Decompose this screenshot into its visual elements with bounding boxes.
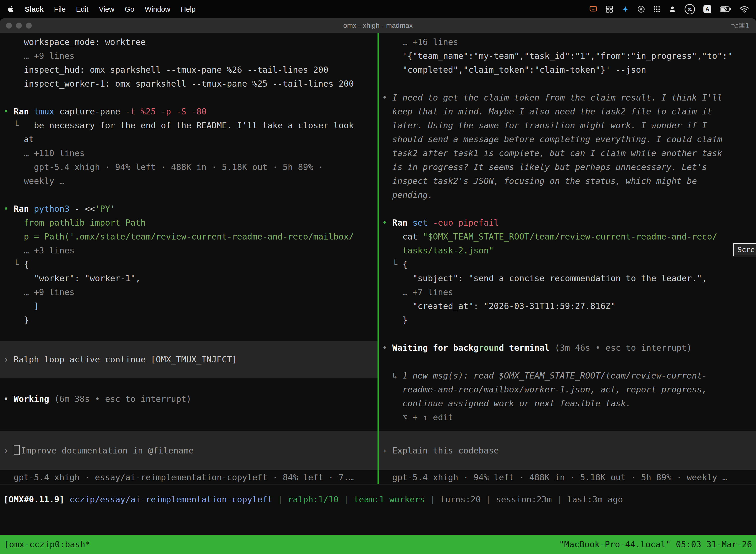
text-segment: should send a message before completing … (382, 134, 722, 144)
terminal-line (0, 188, 378, 202)
text-segment: inspect_worker-1: omx sparkshell --tmux-… (3, 79, 354, 89)
screen-recording-icon[interactable] (589, 6, 597, 13)
terminal-line (0, 91, 378, 105)
text-segment: ⌥ + ↑ edit (382, 412, 453, 422)
text-segment: cczip/essay/ai-reimplementation-copyleft (69, 494, 272, 504)
text-segment: | (425, 494, 440, 504)
menu-bar-left: Slack File Edit View Go Window Help (7, 5, 195, 13)
close-button[interactable] (6, 22, 12, 29)
session-footer-right: gpt-5.4 xhigh · 94% left · 488K in · 5.1… (379, 470, 756, 484)
text-segment: | (338, 494, 354, 504)
text-segment: capture-pane (59, 107, 125, 116)
text-segment: "worker": "worker-1", (3, 273, 141, 283)
terminal-line: … +3 lines (0, 243, 378, 258)
text-segment: continue assigned work or next feasible … (382, 398, 631, 408)
pane-right-scrollback[interactable]: … +16 lines '{"team_name":"my-team","tas… (379, 33, 756, 431)
terminal-line: p = Path('.omx/state/team/review-current… (0, 230, 378, 243)
tmux-session-window[interactable]: [omx-cczip0:bash* (4, 539, 90, 549)
prompt-input-right[interactable]: › Explain this codebase (379, 431, 756, 470)
terminal-window: omx --xhigh --madmax ⌥⌘1 workspace_mode:… (0, 18, 756, 554)
text-segment: keep that in mind. Maybe I also need the… (382, 107, 712, 116)
dark-app-icon[interactable] (637, 5, 645, 13)
pane-left-scrollback[interactable]: workspace_mode: worktree … +9 lines insp… (0, 33, 378, 431)
text-segment: readme-and-reco/mailbox/worker-1.json, a… (382, 384, 707, 394)
omx-hud-line: [OMX#0.11.9] cczip/essay/ai-reimplementa… (0, 492, 756, 506)
text-segment: • (382, 93, 392, 103)
menu-item-view[interactable]: View (99, 5, 114, 13)
dots-grid-icon[interactable] (653, 6, 660, 13)
terminal-line: "created_at": "2026-03-31T11:59:27.816Z" (379, 299, 756, 313)
battery-icon[interactable] (720, 6, 731, 12)
terminal-line: … +110 lines (0, 146, 378, 160)
menu-item-window[interactable]: Window (145, 5, 170, 13)
pane-left[interactable]: workspace_mode: worktree … +9 lines insp… (0, 33, 378, 484)
terminal-line: └ { (0, 258, 378, 271)
menu-item-file[interactable]: File (54, 5, 66, 13)
wifi-icon[interactable] (740, 5, 749, 13)
terminal-line: from pathlib import Path (0, 216, 378, 230)
text-segment: last:3m ago (567, 494, 623, 504)
text-segment: › (3, 446, 14, 455)
input-source-icon[interactable]: A (703, 5, 711, 13)
terminal-line: • Ran tmux capture-pane -t %25 -p -S -80 (0, 105, 378, 118)
text-segment: (3m 46s • esc to interrupt) (555, 343, 692, 353)
terminal-line: readme-and-reco/mailbox/worker-1.json, a… (379, 383, 756, 396)
terminal-line: ↳ 1 new msg(s): read $OMX_TEAM_STATE_ROO… (379, 369, 756, 383)
menu-item-help[interactable]: Help (181, 5, 196, 13)
terminal-line: ] (0, 299, 378, 313)
blue-app-icon[interactable] (622, 5, 629, 13)
person-icon[interactable] (669, 5, 676, 13)
text-segment: - << (75, 204, 95, 214)
terminal-line: tasks/task-2.json" (379, 243, 756, 258)
active-app-menu[interactable]: Slack (25, 5, 44, 13)
text-segment: '{"team_name":"my-team","task_id":"1","f… (382, 51, 733, 61)
text-segment: ↳ (382, 371, 402, 381)
screen-notification[interactable]: Scre (733, 243, 756, 257)
terminal-line (0, 327, 378, 341)
text-segment: { (24, 259, 29, 269)
zoom-button[interactable] (26, 22, 32, 29)
minimize-button[interactable] (16, 22, 22, 29)
menu-bar: Slack File Edit View Go Window Help 61 A (0, 0, 756, 18)
text-segment: -t %25 -p -S -80 (125, 107, 207, 116)
terminal-line: task2 after task1 is complete, but can I… (379, 146, 756, 160)
terminal-line: "completed","claim_token":"claim-token"}… (379, 63, 756, 77)
text-segment: | (481, 494, 496, 504)
battery-ring-badge[interactable]: 61 (685, 4, 695, 14)
terminal-line: later. Using the same for transition mig… (379, 118, 756, 132)
text-segment: workspace_mode: worktree (3, 37, 145, 47)
apple-menu-icon[interactable] (7, 5, 14, 13)
text-segment: at (3, 134, 34, 144)
text-segment: | (272, 494, 288, 504)
text-cursor (14, 445, 19, 455)
terminal-line: keep that in mind. Maybe I also need the… (379, 105, 756, 118)
text-segment: team:1 workers (354, 494, 425, 504)
terminal-content: workspace_mode: worktree … +9 lines insp… (0, 33, 756, 484)
menu-item-go[interactable]: Go (125, 5, 134, 13)
ralph-loop-status-line: › Ralph loop active continue [OMX_TMUX_I… (0, 341, 378, 378)
text-segment: tasks/task-2.json" (382, 245, 494, 256)
text-segment: … +16 lines (382, 37, 458, 47)
terminal-line: } (0, 313, 378, 327)
text-segment: cat (382, 232, 423, 241)
terminal-line: } (379, 313, 756, 327)
prompt-input-left[interactable]: › Improve documentation in @filename (0, 431, 378, 470)
text-segment: "subject": "send a concise recommendatio… (382, 273, 707, 283)
menu-item-edit[interactable]: Edit (76, 5, 88, 13)
terminal-line: inspect task2's JSON, focusing on the st… (379, 174, 756, 188)
pane-right[interactable]: … +16 lines '{"team_name":"my-team","tas… (379, 33, 756, 484)
text-segment: from pathlib import Path (3, 218, 145, 228)
terminal-line (0, 378, 378, 392)
session-footer-left: gpt-5.4 xhigh · essay/ai-reimplementatio… (0, 470, 378, 484)
text-segment: • (3, 107, 14, 116)
window-title: omx --xhigh --madmax (0, 21, 756, 30)
omx-status-area: [OMX#0.11.9] cczip/essay/ai-reimplementa… (0, 484, 756, 535)
terminal-line: • Ran set -euo pipefail (379, 216, 756, 230)
text-segment: • (3, 204, 14, 214)
text-segment: Ran (14, 107, 34, 116)
window-shortcut-hint: ⌥⌘1 (731, 22, 750, 30)
text-segment: … +110 lines (3, 148, 85, 158)
text-segment: [OMX#0.11.9] (3, 494, 69, 504)
window-grid-icon[interactable] (606, 5, 613, 13)
window-titlebar[interactable]: omx --xhigh --madmax ⌥⌘1 (0, 18, 756, 33)
